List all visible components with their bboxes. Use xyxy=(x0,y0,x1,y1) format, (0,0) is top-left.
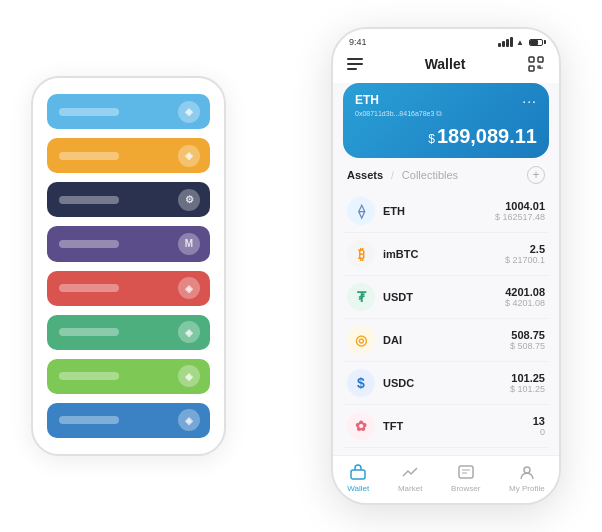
asset-values-tft: 130 xyxy=(533,415,545,437)
add-asset-button[interactable]: + xyxy=(527,166,545,184)
strip-green: ◈ xyxy=(47,315,210,350)
svg-point-5 xyxy=(524,467,530,473)
strip-purple: M xyxy=(47,226,210,261)
strip-icon-dark-navy: ⚙ xyxy=(178,189,200,211)
card-coin-name: ETH xyxy=(355,93,537,107)
strip-blue: ◈ xyxy=(47,403,210,438)
bottom-nav: WalletMarketBrowserMy Profile xyxy=(333,455,559,503)
asset-icon-imbtc: ₿ xyxy=(347,240,375,268)
svg-rect-0 xyxy=(529,57,534,62)
nav-icon-wallet xyxy=(348,462,368,482)
nav-item-profile[interactable]: My Profile xyxy=(509,462,545,493)
asset-name-dai: DAI xyxy=(383,334,510,346)
tab-collectibles[interactable]: Collectibles xyxy=(402,169,458,181)
header-title: Wallet xyxy=(425,56,466,72)
asset-amount-usdc: 101.25 xyxy=(510,372,545,384)
asset-icon-dai: ◎ xyxy=(347,326,375,354)
phone-background: ◈◈⚙M◈◈◈◈ xyxy=(31,76,226,456)
phone-main: 9:41 ▲ Wallet xyxy=(331,27,561,505)
asset-item-imbtc[interactable]: ₿imBTC2.5$ 2170​0.1 xyxy=(343,233,549,276)
asset-item-tft[interactable]: ✿TFT130 xyxy=(343,405,549,448)
svg-rect-1 xyxy=(538,57,543,62)
nav-label-browser: Browser xyxy=(451,484,480,493)
asset-icon-usdt: ₮ xyxy=(347,283,375,311)
nav-item-browser[interactable]: Browser xyxy=(451,462,480,493)
asset-amount-dai: 508.75 xyxy=(510,329,545,341)
wallet-card: ··· ETH 0x08711d3b...8416a78e3 ⧉ $189,08… xyxy=(343,83,549,158)
strip-icon-red: ◈ xyxy=(178,277,200,299)
menu-icon[interactable] xyxy=(347,58,363,70)
asset-icon-eth: ⟠ xyxy=(347,197,375,225)
asset-name-eth: ETH xyxy=(383,205,495,217)
asset-amount-usdt: 4201.08 xyxy=(505,286,545,298)
asset-icon-usdc: $ xyxy=(347,369,375,397)
card-address: 0x08711d3b...8416a78e3 ⧉ xyxy=(355,109,537,119)
asset-item-dai[interactable]: ◎DAI508.75$ 508.75 xyxy=(343,319,549,362)
strip-icon-light-green: ◈ xyxy=(178,365,200,387)
asset-values-imbtc: 2.5$ 2170​0.1 xyxy=(505,243,545,265)
asset-values-usdt: 4201.08$ 4201.08 xyxy=(505,286,545,308)
nav-label-wallet: Wallet xyxy=(347,484,369,493)
strip-dark-navy: ⚙ xyxy=(47,182,210,217)
battery-icon xyxy=(529,39,543,46)
card-balance: $189,089.11 xyxy=(355,125,537,148)
nav-label-profile: My Profile xyxy=(509,484,545,493)
assets-tabs: Assets / Collectibles xyxy=(347,169,458,181)
asset-name-usdc: USDC xyxy=(383,377,510,389)
scan-icon[interactable] xyxy=(527,55,545,73)
asset-item-usdc[interactable]: $USDC101.25$ 101.25 xyxy=(343,362,549,405)
svg-rect-4 xyxy=(459,466,473,478)
asset-usd-usdt: $ 4201.08 xyxy=(505,298,545,308)
nav-label-market: Market xyxy=(398,484,422,493)
strip-red: ◈ xyxy=(47,271,210,306)
asset-item-usdt[interactable]: ₮USDT4201.08$ 4201.08 xyxy=(343,276,549,319)
assets-header: Assets / Collectibles + xyxy=(333,158,559,190)
nav-item-market[interactable]: Market xyxy=(398,462,422,493)
tab-divider: / xyxy=(391,170,394,181)
asset-usd-tft: 0 xyxy=(533,427,545,437)
wifi-icon: ▲ xyxy=(516,38,524,47)
nav-icon-market xyxy=(400,462,420,482)
asset-usd-eth: $ 162517.48 xyxy=(495,212,545,222)
strip-icon-blue-light: ◈ xyxy=(178,101,200,123)
asset-usd-dai: $ 508.75 xyxy=(510,341,545,351)
svg-rect-3 xyxy=(351,470,365,479)
strip-icon-purple: M xyxy=(178,233,200,255)
nav-icon-profile xyxy=(517,462,537,482)
strip-icon-blue: ◈ xyxy=(178,409,200,431)
asset-usd-usdc: $ 101.25 xyxy=(510,384,545,394)
asset-usd-imbtc: $ 2170​0.1 xyxy=(505,255,545,265)
asset-list: ⟠ETH1004.01$ 162517.48₿imBTC2.5$ 2170​0.… xyxy=(333,190,559,455)
asset-values-usdc: 101.25$ 101.25 xyxy=(510,372,545,394)
tab-assets[interactable]: Assets xyxy=(347,169,383,181)
scene: ◈◈⚙M◈◈◈◈ 9:41 ▲ xyxy=(21,11,581,521)
strip-light-green: ◈ xyxy=(47,359,210,394)
asset-values-dai: 508.75$ 508.75 xyxy=(510,329,545,351)
nav-item-wallet[interactable]: Wallet xyxy=(347,462,369,493)
asset-item-eth[interactable]: ⟠ETH1004.01$ 162517.48 xyxy=(343,190,549,233)
asset-name-tft: TFT xyxy=(383,420,533,432)
strip-blue-light: ◈ xyxy=(47,94,210,129)
asset-name-imbtc: imBTC xyxy=(383,248,505,260)
strip-icon-orange: ◈ xyxy=(178,145,200,167)
balance-currency: $ xyxy=(428,132,435,146)
app-header: Wallet xyxy=(333,51,559,83)
nav-icon-browser xyxy=(456,462,476,482)
status-time: 9:41 xyxy=(349,37,367,47)
signal-icon xyxy=(498,37,513,47)
asset-amount-eth: 1004.01 xyxy=(495,200,545,212)
asset-name-usdt: USDT xyxy=(383,291,505,303)
strip-orange: ◈ xyxy=(47,138,210,173)
asset-amount-imbtc: 2.5 xyxy=(505,243,545,255)
status-bar: 9:41 ▲ xyxy=(333,29,559,51)
status-icons: ▲ xyxy=(498,37,543,47)
asset-icon-tft: ✿ xyxy=(347,412,375,440)
card-menu-dots[interactable]: ··· xyxy=(522,93,537,109)
asset-amount-tft: 13 xyxy=(533,415,545,427)
svg-rect-2 xyxy=(529,66,534,71)
copy-icon[interactable]: ⧉ xyxy=(436,109,442,119)
asset-values-eth: 1004.01$ 162517.48 xyxy=(495,200,545,222)
strip-icon-green: ◈ xyxy=(178,321,200,343)
